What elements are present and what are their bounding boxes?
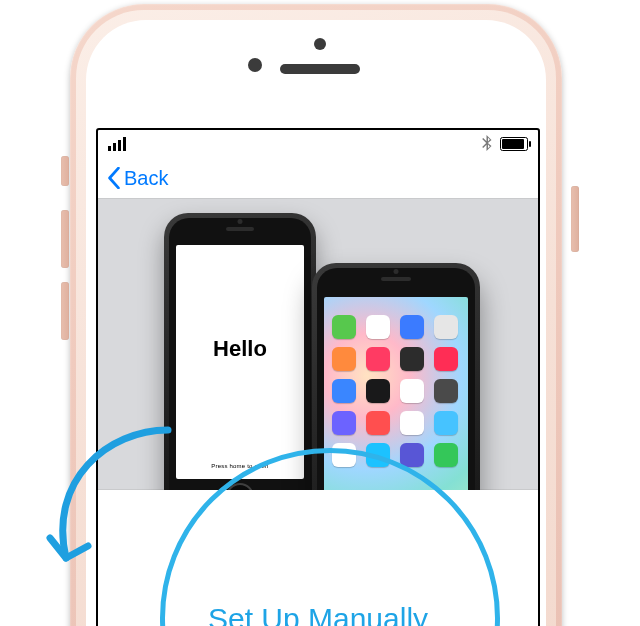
app-icon bbox=[366, 411, 390, 435]
set-up-manually-link[interactable]: Set Up Manually bbox=[208, 602, 428, 626]
app-icon bbox=[434, 411, 458, 435]
app-icon bbox=[332, 443, 356, 467]
bluetooth-icon bbox=[482, 135, 492, 154]
proximity-sensor bbox=[314, 38, 326, 50]
app-icon bbox=[332, 379, 356, 403]
app-icon bbox=[332, 315, 356, 339]
app-icon bbox=[366, 443, 390, 467]
nav-bar: Back bbox=[98, 158, 538, 198]
cellular-signal-icon bbox=[108, 137, 126, 151]
hero-illustration: Hello Press home to open bbox=[98, 198, 538, 490]
app-icon bbox=[400, 411, 424, 435]
app-icon bbox=[332, 411, 356, 435]
volume-up-button bbox=[61, 210, 69, 268]
app-icon bbox=[434, 443, 458, 467]
front-camera bbox=[248, 58, 262, 72]
hello-text: Hello bbox=[213, 336, 267, 362]
app-icon bbox=[400, 443, 424, 467]
app-grid bbox=[332, 315, 460, 467]
app-icon bbox=[332, 347, 356, 371]
illustration-phone-hello: Hello Press home to open bbox=[164, 213, 316, 519]
back-button[interactable]: Back bbox=[106, 167, 168, 190]
volume-down-button bbox=[61, 282, 69, 340]
app-icon bbox=[434, 315, 458, 339]
back-label: Back bbox=[124, 167, 168, 190]
status-bar bbox=[98, 130, 538, 158]
app-icon bbox=[434, 347, 458, 371]
app-icon bbox=[366, 379, 390, 403]
mute-switch bbox=[61, 156, 69, 186]
app-icon bbox=[366, 315, 390, 339]
app-icon bbox=[400, 347, 424, 371]
press-home-hint: Press home to open bbox=[211, 463, 268, 469]
app-icon bbox=[400, 379, 424, 403]
chevron-left-icon bbox=[106, 167, 122, 189]
power-button bbox=[571, 186, 579, 252]
bottom-area: Set Up Manually bbox=[98, 490, 538, 626]
app-icon bbox=[434, 379, 458, 403]
device-screen: Back Hello Press home to open bbox=[96, 128, 540, 626]
battery-icon bbox=[500, 137, 528, 151]
app-icon bbox=[400, 315, 424, 339]
earpiece-speaker bbox=[280, 64, 360, 74]
app-icon bbox=[366, 347, 390, 371]
